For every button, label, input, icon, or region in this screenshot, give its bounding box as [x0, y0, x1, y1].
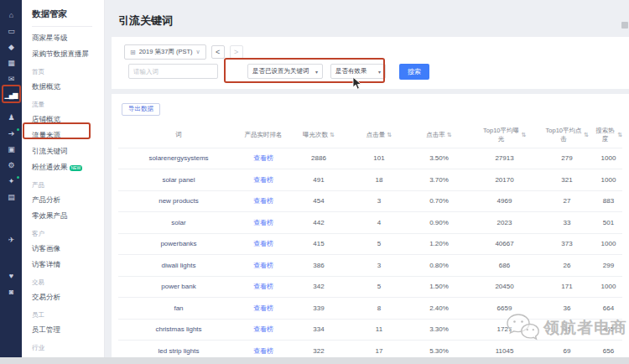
search-heat-cell: 1000 — [595, 176, 622, 184]
sidebar-item-label: 访客画像 — [32, 244, 60, 254]
top10-exposure-cell: 11045 — [470, 347, 539, 355]
icon-rail: ⌂▭◆▦✉▁▄▆♟➔▣⚙✦▤✈♥◙ — [0, 0, 22, 357]
prev-week-button[interactable]: < — [211, 45, 225, 59]
sidebar-item-data-overview[interactable]: 数据概览 — [32, 82, 104, 92]
view-ranking-link[interactable]: 查看榜 — [253, 347, 273, 355]
sort-icon: ⇅ — [447, 132, 452, 138]
send-plane-icon-button[interactable]: ✈ — [0, 232, 22, 248]
search-heat-cell: 299 — [595, 262, 622, 269]
caret-down-icon: ▾ — [315, 69, 318, 75]
message-icon-button[interactable]: ✉ — [0, 71, 22, 87]
sidebar-section-label: 首页 — [32, 68, 104, 76]
settings-gear-icon-button[interactable]: ⚙ — [0, 158, 22, 174]
view-ranking-link[interactable]: 查看榜 — [253, 219, 273, 226]
sidebar-item-seller-star-level[interactable]: 商家星等级 — [32, 34, 104, 44]
view-ranking-link[interactable]: 查看榜 — [253, 283, 273, 290]
sidebar: 数据管家 商家星等级采购节数据直播屏首页数据概览流量店铺概览流量来源引流关键词粉… — [22, 0, 105, 357]
set-as-keyword-dropdown[interactable]: 是否已设置为关键词 ▾ — [247, 64, 323, 79]
table-row: powerbanks查看榜41551.20%406673731000 — [118, 233, 622, 255]
search-heat-cell: 656 — [595, 347, 622, 355]
store-icon-button[interactable]: ▭ — [0, 23, 22, 39]
clicks-cell: 17 — [350, 347, 408, 355]
sidebar-item-shop-overview[interactable]: 店铺概览 — [32, 115, 104, 125]
keyword-cell: powerbanks — [118, 240, 239, 247]
sidebar-item-label: 交易分析 — [32, 293, 60, 303]
search-heat-cell: 664 — [595, 304, 622, 312]
table-body: solarenergysystems查看榜28861013.50%2791327… — [118, 148, 622, 361]
sidebar-item-zero-effect-products[interactable]: 零效果产品 — [32, 211, 104, 221]
column-header-3[interactable]: 点击量⇅ — [350, 131, 408, 138]
view-ranking-link[interactable]: 查看榜 — [253, 197, 273, 205]
exposures-cell: 334 — [288, 325, 350, 333]
top10-exposure-cell: 2023 — [470, 219, 539, 226]
archive-box-icon-button[interactable]: ▣ — [0, 142, 22, 158]
badge-icon: ◆ — [8, 44, 13, 51]
dropdown-value: 是否已设置为关键词 — [252, 67, 309, 75]
view-ranking-link[interactable]: 查看榜 — [253, 154, 273, 162]
sidebar-nav: 商家星等级采购节数据直播屏首页数据概览流量店铺概览流量来源引流关键词粉丝通效果N… — [32, 34, 104, 357]
search-button[interactable]: 搜索 — [399, 64, 429, 80]
clicks-cell: 11 — [350, 325, 408, 333]
search-heat-cell: 883 — [595, 197, 622, 205]
table-row: solarenergysystems查看榜28861013.50%2791327… — [118, 148, 622, 169]
sidebar-item-label: 引流关键词 — [32, 147, 68, 157]
sidebar-item-purchase-festival-live[interactable]: 采购节数据直播屏 — [32, 49, 104, 60]
apps-grid-icon-button[interactable]: ▦ — [0, 55, 22, 71]
sort-icon: ⇅ — [617, 132, 622, 138]
table-row: christmas lights查看榜334113.30%172735465 — [118, 319, 622, 341]
view-ranking-link[interactable]: 查看榜 — [253, 304, 273, 312]
view-ranking-link[interactable]: 查看榜 — [253, 325, 273, 333]
column-header-5[interactable]: Top10平均曝光⇅ — [470, 127, 539, 143]
ctr-cell: 2.40% — [408, 304, 470, 312]
next-week-button[interactable]: > — [230, 45, 243, 59]
sidebar-item-visitor-profile[interactable]: 访客画像 — [32, 244, 104, 254]
column-header-label: Top10平均曝光 — [483, 127, 520, 143]
sidebar-item-visitor-detail[interactable]: 访客详情 — [32, 260, 104, 270]
user-icon-button[interactable]: ♟ — [0, 110, 22, 126]
has-effect-dropdown[interactable]: 是否有效果 ▾ — [330, 64, 386, 79]
export-data-button[interactable]: 导出数据 — [122, 103, 160, 116]
analytics-chart-icon-button[interactable]: ▁▄▆ — [0, 87, 22, 103]
column-header-7[interactable]: 搜索热度⇅ — [595, 127, 622, 143]
home-icon-button[interactable]: ⌂ — [0, 8, 22, 23]
view-ranking-link[interactable]: 查看榜 — [253, 262, 273, 269]
sidebar-item-product-analysis[interactable]: 产品分析 — [32, 195, 104, 205]
keyword-search-input[interactable] — [128, 64, 218, 79]
apps-grid-icon: ▦ — [8, 60, 14, 67]
briefcase-icon-button[interactable]: ▤ — [0, 190, 22, 205]
search-heat-cell: 1000 — [595, 154, 622, 162]
rank-cell: 查看榜 — [239, 196, 288, 205]
sidebar-item-staff-management[interactable]: 员工管理 — [32, 325, 104, 335]
search-heat-cell: 1000 — [595, 240, 622, 247]
camera-icon-button[interactable]: ◙ — [0, 284, 22, 300]
sidebar-item-traffic-source[interactable]: 流量来源 — [32, 131, 104, 141]
column-header-2[interactable]: 曝光次数⇅ — [288, 131, 350, 138]
sidebar-item-trade-analysis[interactable]: 交易分析 — [32, 293, 104, 303]
sidebar-item-traffic-keywords[interactable]: 引流关键词 — [32, 147, 104, 157]
main-content: 引流关键词 ⊞ 2019 第37周 (PST) ∨ < > 是否已设置为关键词 … — [105, 0, 629, 357]
panel-toggle-icon[interactable] — [621, 22, 628, 29]
exposures-cell: 2886 — [288, 154, 350, 162]
sidebar-item-fans-effect[interactable]: 粉丝通效果NEW — [32, 163, 104, 173]
keyword-cell: solar panel — [118, 176, 239, 184]
search-heat-cell: 501 — [595, 219, 622, 226]
view-ranking-link[interactable]: 查看榜 — [253, 176, 273, 184]
rank-cell: 查看榜 — [239, 282, 288, 291]
heart-icon-button[interactable]: ♥ — [0, 268, 22, 284]
column-header-4[interactable]: 点击率⇅ — [408, 131, 470, 138]
notification-dot — [17, 128, 19, 131]
search-heat-cell: 1000 — [595, 283, 622, 290]
rank-cell: 查看榜 — [239, 239, 288, 248]
sidebar-section-label: 交易 — [32, 278, 104, 287]
sidebar-item-label: 数据概览 — [32, 82, 60, 92]
badge-icon-button[interactable]: ◆ — [0, 39, 22, 55]
view-ranking-link[interactable]: 查看榜 — [253, 240, 273, 247]
rank-cell: 查看榜 — [239, 153, 288, 163]
column-header-6[interactable]: Top10平均点击⇅ — [539, 127, 595, 143]
share-arrow-icon-button[interactable]: ➔ — [0, 126, 22, 142]
sidebar-item-label: 零效果产品 — [32, 211, 68, 221]
top10-exposure-cell: 1727 — [470, 325, 539, 333]
shopping-bag-icon-button[interactable]: ✦ — [0, 174, 22, 190]
week-picker[interactable]: ⊞ 2019 第37周 (PST) ∨ — [124, 44, 206, 60]
message-icon: ✉ — [8, 75, 14, 83]
